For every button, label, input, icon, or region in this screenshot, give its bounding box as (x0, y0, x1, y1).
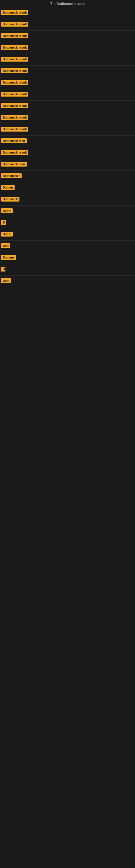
table-row: Bottleneck result (0, 112, 135, 124)
bottleneck-result-badge[interactable]: Bottleneck result (1, 68, 28, 73)
table-row: Bottleneck result (0, 89, 135, 101)
bottleneck-result-badge[interactable]: Bottleneck result (1, 115, 28, 120)
table-row: Bottleneck result (0, 7, 135, 19)
table-row: Bottleneck result (0, 19, 135, 31)
table-row: Bottleneck result (0, 147, 135, 159)
table-row: Bottleneck result (0, 54, 135, 66)
bottleneck-result-badge[interactable]: Bottleneck result (1, 150, 28, 155)
bottleneck-result-badge[interactable]: B (1, 267, 5, 272)
bottleneck-result-badge[interactable]: Bottleneck result (1, 22, 28, 27)
table-row: Bottleneck result (0, 66, 135, 77)
bottleneck-result-badge[interactable]: Bottleneck result (1, 33, 28, 38)
table-row: Bottl (0, 276, 135, 287)
bottleneck-result-badge[interactable]: Bottle (1, 231, 13, 237)
table-row: Bottle (0, 206, 135, 217)
bottleneck-result-badge[interactable]: Bottlen (1, 185, 14, 190)
table-row: Bottleneck result (0, 31, 135, 42)
bottleneck-result-badge[interactable]: Bottleneck result (1, 10, 28, 15)
bottleneck-result-badge[interactable]: Bottl (1, 278, 11, 283)
bottleneck-result-badge[interactable]: B (1, 220, 6, 225)
bottleneck-result-badge[interactable]: Bott (1, 243, 10, 248)
bottleneck-result-badge[interactable]: Bottleneck result (1, 92, 28, 97)
rows-container: Bottleneck resultBottleneck resultBottle… (0, 7, 135, 287)
bottleneck-result-badge[interactable]: Bottlens (1, 255, 16, 260)
table-row: Bottleneck result (0, 42, 135, 54)
table-row: Bottleneck result (0, 101, 135, 112)
table-row: Bott (0, 241, 135, 252)
table-row: Bottlen (0, 182, 135, 194)
table-row: B (0, 217, 135, 229)
site-title: TheBottlenecker.com (0, 0, 135, 7)
table-row: Bottle (0, 229, 135, 241)
bottleneck-result-badge[interactable]: Bottleneck r (1, 173, 21, 178)
site-header: TheBottlenecker.com (0, 0, 135, 7)
table-row: Bottleneck resu (0, 135, 135, 147)
table-row: Bottlens (0, 252, 135, 264)
table-row: Bottleneck (0, 194, 135, 206)
bottleneck-result-badge[interactable]: Bottleneck result (1, 45, 28, 50)
bottleneck-result-badge[interactable]: Bottleneck result (1, 127, 28, 131)
table-row: Bottleneck resu (0, 159, 135, 170)
bottleneck-result-badge[interactable]: Bottleneck result (1, 103, 28, 108)
bottleneck-result-badge[interactable]: Bottleneck resu (1, 138, 27, 143)
bottleneck-result-badge[interactable]: Bottleneck resu (1, 162, 27, 166)
bottleneck-result-badge[interactable]: Bottleneck (1, 197, 19, 202)
table-row: Bottleneck result (0, 124, 135, 135)
bottleneck-result-badge[interactable]: Bottleneck result (1, 57, 28, 62)
table-row: B (0, 264, 135, 276)
table-row: Bottleneck result (0, 77, 135, 89)
bottleneck-result-badge[interactable]: Bottle (1, 208, 13, 213)
table-row: Bottleneck r (0, 170, 135, 182)
bottleneck-result-badge[interactable]: Bottleneck result (1, 80, 28, 85)
